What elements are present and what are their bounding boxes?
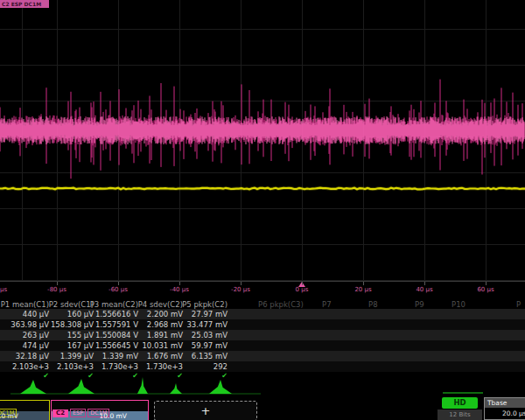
param-header-unused[interactable]: P10	[452, 300, 466, 310]
param-value: 33.477 mV	[173, 320, 228, 330]
param-value: 59.97 mV	[173, 341, 228, 351]
param-header-unused[interactable]: P6 pkpk(C3)	[258, 300, 304, 310]
channel2-descriptor[interactable]: C2ESPDC1M 10.0 mV	[51, 400, 149, 420]
add-trace-button[interactable]: +	[154, 401, 257, 420]
timebase-descriptor[interactable]: Tbase 20.0 µs	[484, 397, 525, 420]
timebase-axis-label: -20 µs	[231, 286, 250, 293]
c1-coupling-row: DC1M	[0, 401, 49, 411]
timebase-axis-label: 60 µs	[477, 286, 494, 293]
oscilloscope-screen: C2 ESP DC1M -100 µs-80 µs-60 µs-40 µs-20…	[0, 0, 525, 420]
param-header[interactable]: P5 pkpk(C2)	[173, 300, 228, 310]
timebase-axis-label: -40 µs	[170, 286, 189, 293]
param-value: 292	[173, 362, 228, 372]
axis-tick	[241, 282, 242, 285]
axis-tick	[57, 282, 58, 285]
timebase-axis-label: -60 µs	[108, 286, 128, 293]
timebase-axis: -100 µs-80 µs-60 µs-40 µs-20 µs0 µs20 µs…	[0, 282, 525, 298]
axis-tick	[486, 282, 486, 285]
param-header-unused[interactable]: P8	[368, 300, 378, 310]
channel1-descriptor[interactable]: DC1M 10.0 mV	[0, 400, 50, 420]
measurement-table: P1 mean(C1)P2 sdev(C1)P3 mean(C2)P4 sdev…	[0, 298, 525, 380]
axis-tick	[179, 282, 180, 285]
timebase-axis-label: 20 µs	[354, 286, 371, 293]
param-value: 6.135 mV	[173, 352, 228, 361]
c1-vertical-scale: 10.0 mV	[0, 411, 49, 420]
param-header-unused[interactable]: P9	[415, 300, 424, 310]
axis-tick	[363, 282, 364, 285]
timebase-title: Tbase	[485, 398, 525, 408]
histicon[interactable]	[20, 380, 46, 394]
c2-channel-label: C2	[52, 410, 68, 417]
param-value: 25.03 mV	[173, 331, 228, 340]
param-header-unused[interactable]: P7	[322, 300, 332, 310]
timebase-axis-label: -80 µs	[47, 286, 66, 293]
timebase-axis-label: 0 µs	[296, 286, 309, 293]
hd-mode-badge[interactable]: HD	[442, 397, 478, 409]
c2-esp-badge: ESP	[70, 409, 86, 417]
c2-badge-row: C2ESPDC1M	[52, 401, 148, 411]
histicon[interactable]	[68, 379, 94, 394]
param-status-check: ✔	[173, 372, 228, 380]
axis-tick	[424, 282, 425, 285]
param-value: 27.97 mV	[173, 310, 228, 319]
param-header-unused[interactable]: P	[516, 300, 521, 310]
histicon[interactable]	[209, 380, 232, 394]
axis-tick	[118, 282, 119, 285]
timebase-axis-label: 40 µs	[416, 286, 432, 293]
trace-annotation-badge[interactable]: C2 ESP DC1M	[0, 0, 49, 8]
axis-tick	[302, 282, 303, 285]
bit-depth-label: 12 Bits	[438, 410, 482, 420]
timebase-axis-label: -100 µs	[0, 286, 7, 293]
bottom-toolbar: DC1M 10.0 mV C2ESPDC1M 10.0 mV + HD 12 B…	[0, 396, 525, 420]
waveform-graticule[interactable]	[0, 0, 525, 282]
histicon[interactable]	[170, 383, 182, 394]
timebase-value: 20.0 µs	[485, 408, 525, 419]
